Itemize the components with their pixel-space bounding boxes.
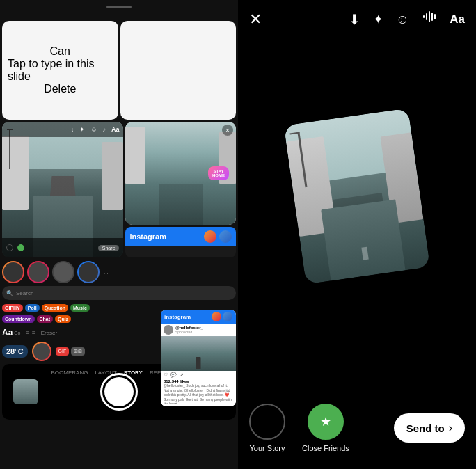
feed-avatar-2 [219, 230, 232, 243]
like-icon[interactable]: ♡ [164, 372, 168, 378]
story-thumb-3[interactable] [52, 261, 74, 283]
face-button[interactable]: ☺ [396, 12, 409, 27]
audio-icon-small[interactable]: ♪ [102, 126, 106, 133]
sticker-chat[interactable]: Chat [37, 315, 54, 323]
story-thumb-4[interactable] [77, 261, 100, 283]
close-friends-dot-small [17, 244, 24, 251]
your-story-label: Your Story [250, 444, 285, 452]
story-photo-card [284, 109, 430, 285]
sticker-extra-1[interactable]: GIF [56, 347, 70, 356]
share-icon[interactable]: ↗ [180, 372, 184, 378]
close-friends-circle: ★ [308, 404, 344, 440]
send-to-label: Send to [406, 422, 445, 434]
sticker-icon-small[interactable]: ☺ [90, 126, 97, 133]
align-center-icon[interactable]: ≡ [26, 330, 29, 336]
toolbar-actions: ⬇ ✦ ☺ Aa [349, 10, 465, 29]
eraser-option[interactable]: Eraser [41, 330, 58, 336]
sparkles-button[interactable]: ✦ [373, 12, 383, 27]
sticker-music[interactable]: Music [70, 304, 90, 312]
mode-story[interactable]: STORY [124, 369, 143, 376]
fb-logo-text: instagram [129, 232, 166, 241]
sponsored-label: Sponsored [175, 330, 203, 334]
right-panel: ✕ ⬇ ✦ ☺ Aa [238, 0, 476, 469]
sticker-giphy[interactable]: GIPHY [2, 304, 23, 312]
post-caption: @hellofoster_ Such joy, such love all of… [164, 383, 233, 404]
shutter-inner [104, 377, 134, 406]
align-options: ≡ ≡ [26, 330, 35, 336]
road-surface [321, 199, 405, 281]
bottom-action-bar: Your Story ★ Close Friends Send to › [238, 392, 476, 469]
feed-post-image [161, 336, 236, 371]
sticker-extra-2[interactable]: ⊞⊞ [71, 347, 85, 356]
story-thumb-2[interactable] [27, 261, 49, 283]
text-button[interactable]: Aa [450, 13, 465, 26]
feed-blue-bar: instagram [125, 227, 236, 246]
person-in-photo [196, 357, 201, 369]
social-feed-mock: instagram [125, 227, 236, 257]
drafts-section: Can Tap to type in this slide Delete [0, 0, 238, 122]
comment-icon[interactable]: 💬 [170, 372, 177, 378]
road-photo-main [284, 109, 430, 285]
draft-delete[interactable]: Delete [44, 83, 76, 95]
camera-shutter-button[interactable] [100, 373, 138, 411]
sticker-countdown[interactable]: Countdown [2, 315, 35, 323]
mode-boomerang[interactable]: BOOMERANG [51, 369, 88, 376]
send-to-button[interactable]: Send to › [394, 413, 465, 443]
aa-option[interactable]: Aa Co [2, 328, 20, 337]
draft-subtitle: Tap to type in this slide [8, 58, 113, 83]
feed-avatar-1 [204, 230, 216, 243]
mode-layout[interactable]: LAYOUT [95, 369, 116, 376]
text-icon-small[interactable]: Aa [111, 126, 120, 133]
draft-card-1[interactable]: Can Tap to type in this slide Delete [2, 21, 118, 120]
insta-story-av2 [223, 312, 232, 321]
sticker-search-bar[interactable]: 🔍 Search [2, 286, 236, 300]
close-friends-label: Close Friends [302, 444, 349, 452]
story-editor-section: ↓ ✦ ☺ ♪ Aa Share [0, 122, 238, 257]
aa-label: Aa [2, 328, 13, 337]
gallery-preview[interactable] [13, 379, 38, 404]
road-photo-editor[interactable]: ↓ ✦ ☺ ♪ Aa Share [2, 122, 123, 257]
left-panel: Can Tap to type in this slide Delete [0, 0, 238, 469]
sparkles-icon-small[interactable]: ✦ [79, 126, 85, 133]
checkmark-icon: ★ [320, 414, 331, 429]
send-to-arrow-icon: › [449, 422, 452, 434]
insta-feed-logo: instagram [164, 314, 191, 320]
sticker-poll[interactable]: Poll [25, 304, 40, 312]
sticker-editor-panel: STAY HOME × [125, 122, 236, 225]
stay-home-sticker: STAY HOME [208, 166, 229, 180]
download-icon-small[interactable]: ↓ [71, 126, 74, 133]
post-actions: ♡ 💬 ↗ [161, 371, 236, 379]
font-name: Co [14, 331, 20, 335]
story-toolbar: ✕ ⬇ ✦ ☺ Aa [238, 0, 476, 38]
temp-badge: 28°C [2, 345, 28, 358]
story-preview [238, 0, 476, 392]
your-story-circle [249, 404, 285, 440]
sticker-quiz[interactable]: Quiz [55, 315, 71, 323]
search-placeholder: Search [16, 290, 33, 296]
close-friends-option[interactable]: ★ Close Friends [302, 404, 349, 452]
stories-more: ... [104, 269, 109, 276]
your-story-option[interactable]: Your Story [249, 404, 285, 452]
align-left-icon[interactable]: ≡ [32, 330, 35, 336]
post-text-area: 812,344 likes @hellofoster_ Such joy, su… [161, 379, 236, 406]
sticker-question[interactable]: Question [42, 304, 68, 312]
instagram-feed-overlay: instagram @hellofoster_ Sponsored [161, 310, 236, 406]
share-btn-small[interactable]: Share [98, 245, 120, 251]
insta-story-av1 [212, 312, 221, 321]
right-editor-column: STAY HOME × instagram [125, 122, 236, 257]
audio-button[interactable] [422, 8, 437, 27]
close-button[interactable]: ✕ [249, 10, 262, 29]
drag-handle[interactable] [106, 6, 132, 8]
story-thumb-1[interactable] [2, 261, 24, 283]
draft-card-2[interactable] [120, 21, 237, 120]
your-story-dot-small [6, 244, 13, 251]
profile-avatar [32, 342, 51, 361]
draft-title: Can [50, 45, 70, 58]
search-icon: 🔍 [6, 290, 13, 296]
post-user-avatar [164, 325, 173, 335]
download-button[interactable]: ⬇ [349, 11, 360, 28]
close-icon-editor[interactable]: × [222, 125, 233, 136]
stories-scroll-row: ... [2, 260, 236, 285]
